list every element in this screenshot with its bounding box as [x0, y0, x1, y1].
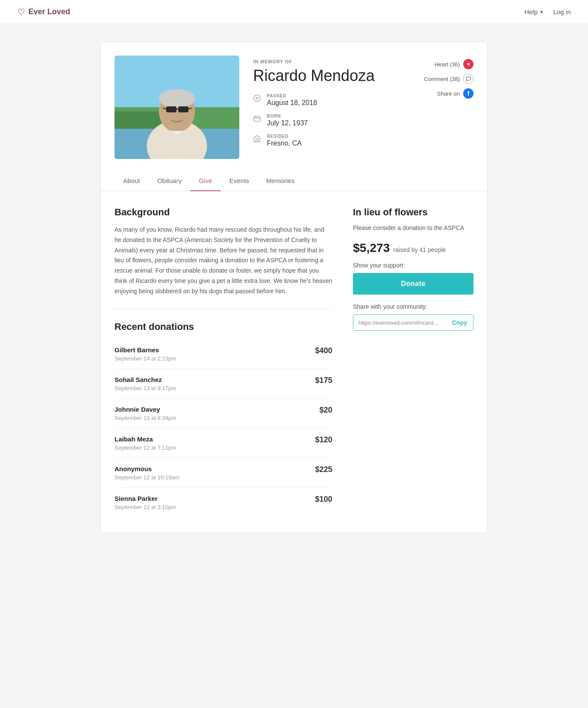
svg-rect-8	[178, 106, 189, 112]
donation-amount: $400	[315, 346, 332, 355]
logo-icon: ♡	[17, 7, 25, 17]
comment-button[interactable]: Comment (38)	[424, 74, 473, 84]
in-memory-of-label: IN MEMORY OF	[253, 59, 399, 64]
svg-point-6	[159, 89, 195, 108]
donation-amount: $225	[315, 465, 332, 474]
svg-rect-7	[166, 106, 176, 112]
tab-memories[interactable]: Memories	[258, 171, 303, 191]
in-lieu-title: In lieu of flowers	[353, 207, 473, 218]
chevron-down-icon: ▾	[540, 9, 543, 15]
born-date: July 12, 1937	[267, 119, 308, 127]
help-label: Help	[524, 8, 538, 16]
tab-give[interactable]: Give	[190, 171, 221, 191]
donor-date: September 13 at 9:17pm	[115, 385, 176, 391]
donor-date: September 12 at 10:19am	[115, 474, 179, 481]
resided-value: Fresno, CA	[267, 140, 302, 147]
resided-detail: RESIDED Fresno, CA	[253, 134, 399, 147]
born-detail: BORN July 12, 1937	[253, 114, 399, 127]
tab-obituary[interactable]: Obituary	[149, 171, 190, 191]
passed-icon	[253, 94, 262, 104]
donation-item: Sienna Parker September 12 at 3:10pm $10…	[115, 488, 332, 517]
raised-row: $5,273 raised by 41 people	[353, 241, 473, 255]
support-label: Show your support:	[353, 262, 473, 269]
tabs-container: About Obituary Give Events Memories	[101, 171, 487, 191]
logo[interactable]: ♡ Ever Loved	[17, 7, 70, 17]
login-button[interactable]: Log in	[553, 8, 571, 16]
divider	[115, 309, 332, 309]
logo-text: Ever Loved	[28, 7, 70, 16]
background-title: Background	[115, 207, 332, 218]
raised-amount: $5,273	[353, 241, 390, 255]
donor-name: Sienna Parker	[115, 495, 176, 502]
donation-item: Anonymous September 12 at 10:19am $225	[115, 458, 332, 488]
main-card: IN MEMORY OF Ricardo Mendoza PASSED Augu…	[100, 41, 488, 533]
born-label: BORN	[267, 114, 308, 118]
in-lieu-description: Please consider a donation to the ASPCA	[353, 223, 473, 233]
passed-detail: PASSED August 18, 2018	[253, 93, 399, 107]
resided-label: RESIDED	[267, 134, 302, 139]
raised-by: raised by 41 people	[393, 246, 446, 253]
share-button[interactable]: Share on f	[437, 88, 473, 99]
share-community-label: Share with your community:	[353, 303, 473, 310]
donation-item: Johnnie Davey September 13 at 8:34pm $20	[115, 399, 332, 429]
donor-name: Laibah Meza	[115, 435, 176, 443]
profile-name: Ricardo Mendoza	[253, 67, 399, 85]
copy-button[interactable]: Copy	[446, 315, 473, 330]
donor-date: September 14 at 2:23pm	[115, 355, 176, 362]
heart-label: Heart (36)	[434, 61, 460, 68]
profile-info: IN MEMORY OF Ricardo Mendoza PASSED Augu…	[253, 56, 399, 154]
header-nav: Help ▾ Log in	[524, 8, 571, 16]
help-menu[interactable]: Help ▾	[524, 8, 543, 16]
content-area: Background As many of you know, Ricardo …	[101, 191, 487, 533]
share-url-container: Copy	[353, 314, 473, 331]
heart-button[interactable]: Heart (36) ♥	[434, 59, 473, 69]
donation-amount: $120	[315, 435, 332, 444]
share-url-input[interactable]	[353, 315, 446, 330]
donor-date: September 12 at 7:11pm	[115, 444, 176, 451]
donation-item: Sohail Sanchez September 13 at 9:17pm $1…	[115, 369, 332, 399]
recent-donations-title: Recent donations	[115, 321, 332, 332]
donate-button[interactable]: Donate	[353, 273, 473, 295]
donor-name: Gilbert Barnes	[115, 346, 176, 354]
share-label: Share on	[437, 90, 460, 97]
social-actions: Heart (36) ♥ Comment (38) Share on f	[413, 56, 473, 99]
comment-label: Comment (38)	[424, 76, 460, 82]
donor-name: Sohail Sanchez	[115, 376, 176, 383]
donor-date: September 12 at 3:10pm	[115, 504, 176, 510]
profile-photo	[115, 56, 239, 159]
donation-item: Laibah Meza September 12 at 7:11pm $120	[115, 429, 332, 458]
donor-name: Anonymous	[115, 465, 179, 472]
tab-about[interactable]: About	[115, 171, 149, 191]
profile-section: IN MEMORY OF Ricardo Mendoza PASSED Augu…	[101, 42, 487, 159]
left-column: Background As many of you know, Ricardo …	[115, 207, 332, 517]
donation-item: Gilbert Barnes September 14 at 2:23pm $4…	[115, 339, 332, 369]
donor-date: September 13 at 8:34pm	[115, 415, 176, 421]
comment-icon	[463, 74, 473, 84]
donor-name: Johnnie Davey	[115, 406, 176, 413]
heart-icon: ♥	[463, 59, 473, 69]
donation-amount: $175	[315, 376, 332, 385]
home-icon	[253, 135, 262, 144]
passed-date: August 18, 2018	[267, 99, 317, 107]
tab-events[interactable]: Events	[221, 171, 258, 191]
site-header: ♡ Ever Loved Help ▾ Log in	[0, 0, 588, 24]
donation-amount: $20	[319, 406, 332, 415]
facebook-icon: f	[463, 88, 473, 99]
passed-label: PASSED	[267, 93, 317, 98]
born-icon	[253, 115, 262, 124]
right-column: In lieu of flowers Please consider a don…	[353, 207, 473, 517]
donation-amount: $100	[315, 495, 332, 504]
background-text: As many of you know, Ricardo had many re…	[115, 225, 332, 297]
